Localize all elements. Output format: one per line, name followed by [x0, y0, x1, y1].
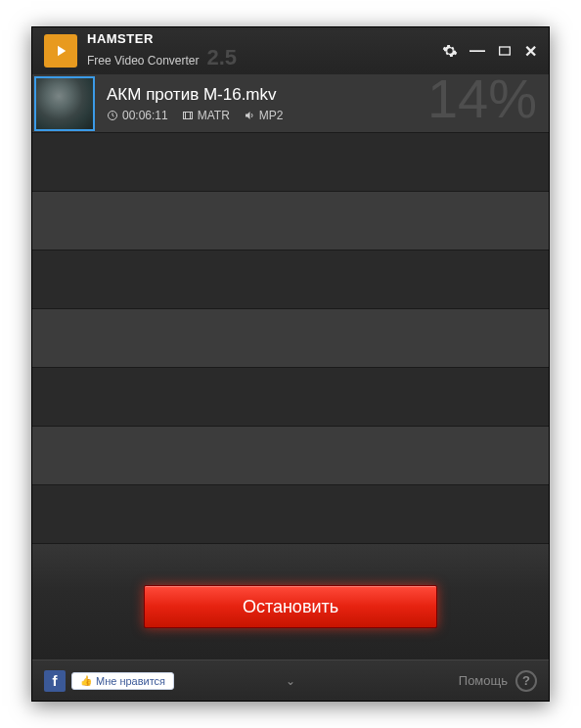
settings-icon[interactable]	[442, 43, 458, 59]
file-meta: 00:06:11 MATR MP2	[107, 109, 549, 122]
window-controls: — ✕	[442, 42, 537, 61]
minimize-icon[interactable]: —	[469, 42, 485, 60]
list-item	[32, 192, 549, 250]
list-item	[32, 485, 549, 544]
stop-button[interactable]: Остановить	[144, 585, 437, 628]
facebook-icon[interactable]: f	[44, 670, 66, 692]
app-version: 2.5	[207, 46, 238, 69]
file-info: АКМ против М-16.mkv 00:06:11 MATR MP2	[97, 85, 549, 122]
action-area: Остановить	[32, 544, 549, 660]
clock-icon	[107, 110, 118, 121]
list-item	[32, 133, 549, 192]
app-name: HAMSTER	[87, 32, 442, 46]
duration-value: 00:06:11	[122, 109, 168, 122]
chevron-down-icon[interactable]: ⌄	[286, 674, 295, 688]
video-meta: MATR	[182, 109, 230, 122]
list-item	[32, 427, 549, 485]
speaker-icon	[244, 110, 255, 121]
list-item	[32, 368, 549, 427]
titlebar: HAMSTER Free Video Converter 2.5 — ✕	[32, 27, 549, 74]
file-row[interactable]: АКМ против М-16.mkv 00:06:11 MATR MP2 14…	[32, 74, 549, 133]
duration-meta: 00:06:11	[107, 109, 168, 122]
audio-meta: MP2	[244, 109, 284, 122]
video-codec-value: MATR	[198, 109, 230, 122]
svg-rect-2	[183, 112, 192, 118]
title-text: HAMSTER Free Video Converter 2.5	[87, 32, 442, 69]
help-link[interactable]: Помощь	[459, 673, 508, 688]
footer: f Мне нравится ⌄ Помощь ?	[32, 660, 549, 701]
film-icon	[182, 110, 194, 121]
svg-rect-0	[500, 47, 511, 55]
list-item	[32, 250, 549, 309]
like-label: Мне нравится	[96, 675, 165, 687]
close-icon[interactable]: ✕	[524, 42, 537, 61]
like-button[interactable]: Мне нравится	[71, 672, 174, 690]
video-thumbnail	[34, 76, 95, 131]
app-window: HAMSTER Free Video Converter 2.5 — ✕ АКМ…	[31, 26, 550, 702]
app-logo-icon	[44, 34, 77, 68]
help-icon[interactable]: ?	[515, 670, 537, 692]
app-subtitle: Free Video Converter	[87, 55, 200, 68]
audio-codec-value: MP2	[259, 109, 284, 122]
maximize-icon[interactable]	[497, 43, 513, 59]
list-item	[32, 309, 549, 368]
file-name: АКМ против М-16.mkv	[107, 85, 549, 105]
